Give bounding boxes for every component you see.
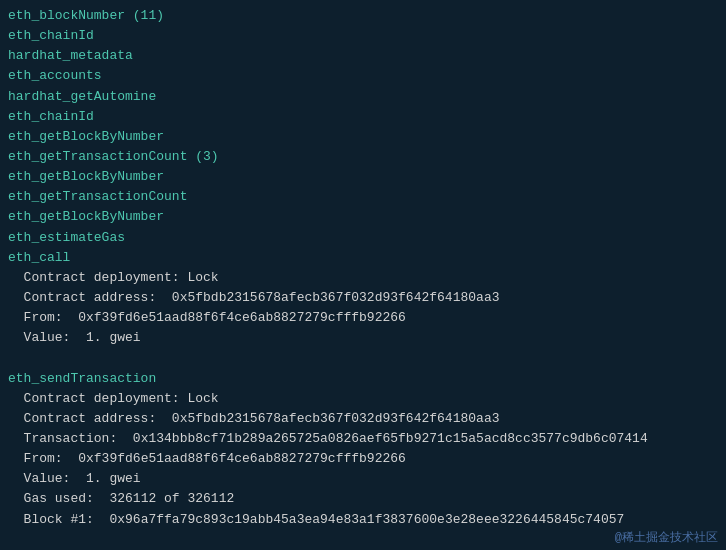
- terminal-line: Value: 1. gwei: [8, 469, 718, 489]
- terminal-line: eth_getTransactionCount (3): [8, 147, 718, 167]
- method-name: eth_estimateGas: [8, 230, 125, 245]
- terminal-line: Gas used: 326112 of 326112: [8, 489, 718, 509]
- terminal-line: From: 0xf39fd6e51aad88f6f4ce6ab8827279cf…: [8, 449, 718, 469]
- method-name: hardhat_metadata: [8, 48, 133, 63]
- terminal-line: Contract address: 0x5fbdb2315678afecb367…: [8, 288, 718, 308]
- terminal-line: Contract address: 0x5fbdb2315678afecb367…: [8, 409, 718, 429]
- terminal-line: hardhat_metadata: [8, 46, 718, 66]
- terminal-line: eth_getBlockByNumber: [8, 167, 718, 187]
- method-name: eth_sendTransaction: [8, 371, 156, 386]
- terminal-line: eth_call: [8, 248, 718, 268]
- method-name: eth_call: [8, 250, 70, 265]
- terminal-line: Transaction: 0x134bbb8cf71b289a265725a08…: [8, 429, 718, 449]
- method-name: hardhat_getAutomine: [8, 89, 156, 104]
- method-name: eth_chainId: [8, 28, 94, 43]
- method-name: eth_getBlockByNumber: [8, 129, 164, 144]
- terminal-line: eth_chainId: [8, 107, 718, 127]
- terminal-line: eth_accounts: [8, 66, 718, 86]
- terminal-line: eth_getBlockByNumber: [8, 207, 718, 227]
- terminal-line: eth_chainId: [8, 26, 718, 46]
- terminal-line: Contract deployment: Lock: [8, 389, 718, 409]
- terminal-line: Contract deployment: Lock: [8, 268, 718, 288]
- terminal-line: eth_estimateGas: [8, 228, 718, 248]
- watermark: @稀土掘金技术社区: [615, 529, 718, 546]
- terminal-line: From: 0xf39fd6e51aad88f6f4ce6ab8827279cf…: [8, 308, 718, 328]
- method-name: eth_chainId: [8, 109, 94, 124]
- terminal: eth_blockNumber (11)eth_chainIdhardhat_m…: [0, 0, 726, 550]
- terminal-line: eth_sendTransaction: [8, 369, 718, 389]
- terminal-line: hardhat_getAutomine: [8, 87, 718, 107]
- method-name: eth_accounts: [8, 68, 102, 83]
- terminal-line: eth_getTransactionCount: [8, 187, 718, 207]
- method-name: eth_getBlockByNumber: [8, 209, 164, 224]
- terminal-line: [8, 530, 718, 550]
- terminal-line: Value: 1. gwei: [8, 328, 718, 348]
- method-name: eth_getTransactionCount (3): [8, 149, 219, 164]
- method-name: eth_blockNumber (11): [8, 8, 164, 23]
- terminal-line: eth_getBlockByNumber: [8, 127, 718, 147]
- terminal-line: Block #1: 0x96a7ffa79c893c19abb45a3ea94e…: [8, 510, 718, 530]
- terminal-line: eth_blockNumber (11): [8, 6, 718, 26]
- terminal-line: [8, 348, 718, 368]
- method-name: eth_getTransactionCount: [8, 189, 187, 204]
- method-name: eth_getBlockByNumber: [8, 169, 164, 184]
